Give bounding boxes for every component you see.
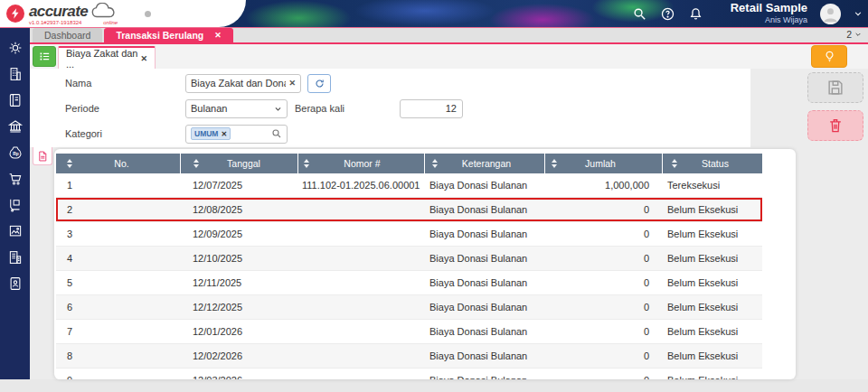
cell-keterangan: Biaya Donasi Bulanan	[422, 350, 542, 361]
column-header-nomor[interactable]: Nomor #	[298, 154, 424, 173]
tab-close-icon[interactable]: ✕	[214, 31, 222, 40]
cell-status: Belum Eksekusi	[658, 375, 758, 379]
sidebar-item-sales[interactable]	[7, 171, 24, 187]
list-view-button[interactable]	[33, 46, 56, 67]
cell-jumlah: 0	[542, 204, 658, 215]
berapa-kali-input[interactable]	[400, 99, 463, 118]
sidebar-item-contacts[interactable]	[7, 275, 24, 292]
sidebar-item-ledger[interactable]	[7, 92, 24, 108]
accurate-logo-icon	[6, 5, 24, 23]
cell-keterangan: Biaya Donasi Bulanan	[422, 302, 542, 313]
cell-keterangan: Biaya Donasi Bulanan	[422, 277, 542, 288]
nama-input[interactable]: Biaya Zakat dan Donasi Bulanan ✕	[185, 74, 301, 93]
sidebar-item-money[interactable]: Rp	[7, 145, 24, 161]
cell-jumlah: 0	[542, 302, 658, 313]
periode-value: Bulanan	[191, 103, 274, 114]
cell-no: 6	[56, 302, 180, 313]
cell-jumlah: 1,000,000	[542, 180, 658, 191]
cell-keterangan: Biaya Donasi Bulanan	[422, 204, 542, 215]
brand-suffix: online	[103, 20, 118, 25]
table-row[interactable]: 7 12/01/2026 Biaya Donasi Bulanan 0 Belu…	[56, 320, 762, 344]
user-menu-chevron-icon[interactable]	[854, 9, 863, 18]
cell-status: Belum Eksekusi	[658, 326, 758, 337]
table-row[interactable]: 3 12/09/2025 Biaya Donasi Bulanan 0 Belu…	[56, 222, 762, 247]
save-button[interactable]	[807, 72, 863, 103]
table-row[interactable]: 2 12/08/2025 Biaya Donasi Bulanan 0 Belu…	[56, 198, 762, 222]
bank-icon	[7, 118, 24, 135]
sidebar-item-settings[interactable]	[7, 40, 24, 56]
refresh-icon	[314, 78, 326, 89]
inventory-image-icon	[7, 223, 24, 239]
cell-tanggal: 12/12/2025	[180, 302, 297, 313]
cell-jumlah: 0	[542, 277, 658, 288]
table-row[interactable]: 6 12/12/2025 Biaya Donasi Bulanan 0 Belu…	[56, 295, 762, 320]
cell-no: 1	[56, 180, 180, 191]
tab-dashboard[interactable]: Dashboard	[33, 28, 102, 42]
column-header-tanggal[interactable]: Tanggal	[181, 154, 297, 173]
user-name: Anis Wijaya	[731, 15, 807, 24]
table-row[interactable]: 5 12/11/2025 Biaya Donasi Bulanan 0 Belu…	[56, 271, 762, 295]
table-row[interactable]: 8 12/02/2026 Biaya Donasi Bulanan 0 Belu…	[56, 344, 762, 369]
cell-tanggal: 12/11/2025	[180, 277, 297, 288]
chevron-down-icon	[854, 31, 862, 38]
cell-tanggal: 12/03/2026	[180, 375, 297, 379]
tab-overflow-menu[interactable]: 2	[846, 29, 862, 40]
cell-jumlah: 0	[542, 326, 658, 337]
cell-status: Belum Eksekusi	[658, 229, 758, 239]
kategori-tag: UMUM ✕	[191, 127, 231, 140]
subtab-label: Biaya Zakat dan ...	[66, 48, 140, 70]
cloud-icon: online	[90, 3, 118, 23]
sidebar-item-inventory[interactable]	[7, 223, 24, 239]
column-header-no[interactable]: No.	[56, 154, 180, 173]
table-row[interactable]: 9 12/03/2026 Biaya Donasi Bulanan 0 Belu…	[56, 369, 762, 379]
kategori-tag-label: UMUM	[194, 129, 218, 138]
cell-no: 2	[56, 204, 180, 215]
delete-button[interactable]	[807, 110, 863, 141]
avatar[interactable]	[820, 4, 841, 24]
tab-label: Transaksi Berulang	[116, 30, 203, 41]
subtab-biaya-zakat[interactable]: Biaya Zakat dan ... ✕	[58, 46, 156, 69]
table-body: 1 12/07/2025 111.102-01.2025.06.00001 Bi…	[56, 173, 762, 379]
cell-tanggal: 12/09/2025	[180, 229, 297, 239]
nama-clear-icon[interactable]: ✕	[288, 79, 296, 88]
refresh-button[interactable]	[307, 74, 331, 93]
cell-status: Tereksekusi	[658, 180, 758, 191]
sidebar-item-bank[interactable]	[7, 118, 24, 135]
column-header-keterangan[interactable]: Keterangan	[425, 154, 544, 173]
tab-transaksi-berulang[interactable]: Transaksi Berulang ✕	[104, 28, 232, 42]
sidebar-item-company[interactable]	[7, 66, 24, 82]
berapa-kali-label: Berapa kali	[288, 103, 400, 114]
help-icon[interactable]	[660, 6, 675, 22]
column-header-status[interactable]: Status	[663, 154, 762, 173]
tips-button[interactable]	[811, 45, 847, 68]
cell-no: 3	[56, 229, 180, 239]
cell-tanggal: 12/08/2025	[180, 204, 297, 215]
sidebar-item-purchase[interactable]	[7, 197, 24, 213]
cell-keterangan: Biaya Donasi Bulanan	[422, 253, 542, 264]
kategori-tag-close-icon[interactable]: ✕	[221, 130, 227, 138]
nama-label: Nama	[65, 78, 185, 89]
list-icon	[38, 50, 52, 63]
cell-jumlah: 0	[542, 350, 658, 361]
table-row[interactable]: 4 12/10/2025 Biaya Donasi Bulanan 0 Belu…	[56, 247, 762, 271]
top-banner: accurate v1.0.1#2937-1918324 online Reta…	[0, 0, 868, 28]
search-icon[interactable]	[632, 6, 647, 22]
cell-no: 8	[56, 350, 180, 361]
cell-keterangan: Biaya Donasi Bulanan	[422, 326, 542, 337]
save-floppy-icon	[826, 78, 845, 98]
detail-side-tab[interactable]	[33, 147, 52, 165]
tab-overflow-count: 2	[846, 29, 852, 40]
sidebar-item-fixed-asset[interactable]	[7, 249, 24, 266]
cell-tanggal: 12/02/2026	[180, 350, 297, 361]
subtab-close-icon[interactable]: ✕	[140, 54, 147, 63]
periode-select[interactable]: Bulanan	[185, 99, 288, 118]
column-header-jumlah[interactable]: Jumlah	[545, 154, 662, 173]
kategori-search-icon[interactable]	[271, 128, 282, 139]
content-area: Nama Biaya Zakat dan Donasi Bulanan ✕ Pe…	[30, 69, 868, 379]
table-row[interactable]: 1 12/07/2025 111.102-01.2025.06.00001 Bi…	[56, 173, 762, 198]
notifications-bell-icon[interactable]	[688, 6, 703, 22]
fixed-asset-building-icon	[7, 249, 24, 266]
kategori-input[interactable]: UMUM ✕	[185, 125, 288, 144]
company-building-icon	[7, 66, 24, 82]
trash-icon	[826, 117, 844, 135]
